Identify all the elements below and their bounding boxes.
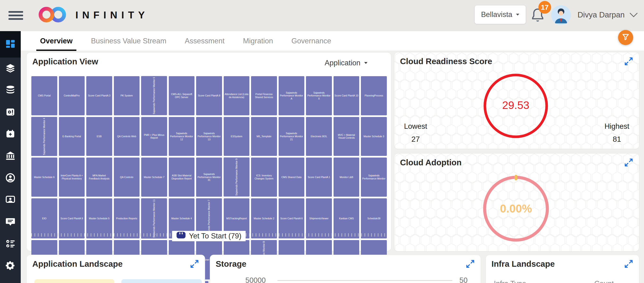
lowest-label: Lowest: [402, 122, 430, 131]
treemap-tile[interactable]: PMR + Plus Minus Report: [141, 117, 167, 156]
treemap-tile[interactable]: Monitor L&B: [334, 158, 360, 197]
tab-assessment[interactable]: Assessment: [184, 31, 226, 51]
treemap-tile[interactable]: Sajawinds Performance Monitor 12: [169, 117, 195, 156]
application-view-card: Application View Application CMS PortalC…: [26, 52, 391, 251]
treemap-tile[interactable]: Master Schedule 3: [361, 117, 387, 156]
storage-right-value: 50: [460, 276, 468, 283]
legend-label: Yet To Start (79): [189, 232, 242, 240]
infinity-logo-icon: [35, 4, 71, 26]
chevron-down-icon: [364, 62, 368, 64]
expand-icon[interactable]: [465, 259, 476, 269]
tab-governance[interactable]: Governance: [290, 31, 332, 51]
sidebar-item-profile[interactable]: [0, 167, 21, 189]
filter-button[interactable]: [618, 30, 633, 45]
legend-swatch-icon: [176, 231, 186, 241]
tab-overview[interactable]: Overview: [39, 31, 74, 51]
treemap-tile[interactable]: Electronic BOL: [306, 117, 332, 156]
treemap-tile[interactable]: Master Schedule 7: [141, 158, 167, 197]
treemap-tile[interactable]: Score Card PlantA 3: [86, 76, 112, 115]
sidebar-item-settings[interactable]: [0, 255, 21, 277]
sidebar-item-tasks[interactable]: [0, 233, 21, 255]
treemap-tile[interactable]: Sajawinds Performance Monitor X: [306, 76, 332, 115]
tab-bar: Overview Business Value Stream Assessmen…: [21, 31, 644, 51]
sidebar-item-training[interactable]: [0, 189, 21, 211]
highest-value: 81: [603, 135, 631, 144]
hamburger-menu-icon[interactable]: [8, 11, 23, 22]
treemap-tile[interactable]: Sajawinds Performance Monitor 13: [196, 117, 222, 156]
treemap-tile[interactable]: ControlMatPro: [59, 76, 85, 115]
treemap-legend: Yet To Start (79): [27, 231, 391, 241]
treemap-tile[interactable]: CMS Portal: [31, 76, 57, 115]
treemap-tile[interactable]: Score Card PlantA 8: [196, 76, 222, 115]
sidebar-item-feedback[interactable]: [0, 211, 21, 233]
card-title: Infra Landscape: [492, 259, 555, 269]
treemap-tile[interactable]: Attendance List (Lista de Asistencia): [224, 76, 250, 115]
treemap-tile[interactable]: QA Controls Web: [114, 117, 140, 156]
treemap-tile[interactable]: Sajawinds Performance Monitor 21: [279, 117, 304, 156]
sidebar-item-planner[interactable]: [0, 123, 21, 145]
bell-icon: [530, 21, 546, 25]
treemap-tile[interactable]: ICS: Inventory Changes System: [251, 158, 277, 197]
sidebar-item-dashboard[interactable]: [0, 31, 21, 58]
treemap-tile[interactable]: MVC + Material Visual Controls: [334, 117, 360, 156]
lowest-value: 27: [402, 135, 430, 144]
user-menu[interactable]: Divya Darpan: [578, 10, 638, 19]
notification-count-badge: 17: [538, 1, 551, 14]
adoption-value: 0.00%: [481, 202, 551, 215]
funnel-icon: [621, 33, 630, 43]
sidebar-item-layers[interactable]: [0, 58, 21, 80]
highest-label: Highest: [603, 122, 631, 131]
treemap-tile[interactable]: CMS Shared Data: [279, 158, 304, 197]
sidebar-item-catalog[interactable]: [0, 101, 21, 123]
treemap-tile[interactable]: E-Banking Portal: [59, 117, 85, 156]
sidebar-item-data[interactable]: [0, 80, 21, 101]
card-title: Cloud Readiness Score: [400, 57, 492, 66]
infra-landscape-card: Infra Landscape Infra Type Count: [486, 255, 639, 283]
card-title: Cloud Adoption: [400, 158, 462, 167]
treemap-tile[interactable]: Sajawinds Performance Monitor: [361, 158, 387, 197]
tab-business-value-stream[interactable]: Business Value Stream: [90, 31, 168, 51]
expand-icon[interactable]: [624, 259, 634, 269]
treemap-tile[interactable]: ASB Slot-Material Disposition Report: [169, 158, 195, 197]
treemap-tile[interactable]: QA Controls: [114, 158, 140, 197]
user-screen-icon: [5, 195, 16, 206]
highest-stat: Highest 81: [603, 122, 631, 144]
treemap-tile[interactable]: MII_Template: [251, 117, 277, 156]
checklist-icon: [5, 238, 16, 250]
user-name: Divya Darpan: [578, 10, 625, 19]
sidebar-item-institution[interactable]: [0, 145, 21, 167]
treemap-tile[interactable]: ESB: [86, 117, 112, 156]
treemap-tile[interactable]: Sajawinds Performance Monitor 31: [196, 158, 222, 197]
cloud-adoption-card: Cloud Adoption 0.00%: [394, 153, 639, 251]
tenant-selector[interactable]: Bellavista: [474, 5, 526, 24]
expand-icon[interactable]: [189, 259, 200, 269]
treemap-tile[interactable]: Score Card PlantA 1: [306, 158, 332, 197]
treemap-tile[interactable]: Master Schedule 6: [31, 158, 57, 197]
storage-card: Storage 50000 50: [210, 255, 481, 283]
treemap-tile[interactable]: ESSystem: [224, 117, 250, 156]
application-landscape-card: Application Landscape: [26, 255, 205, 283]
gear-icon: [5, 260, 16, 272]
treemap-tile[interactable]: Sajawinds Performance Monitor 6: [141, 76, 167, 115]
treemap-tile[interactable]: InterCom Planta A + Physical Inventory: [59, 158, 85, 197]
treemap-tile[interactable]: Portal Finanzas Shared Services: [251, 76, 277, 115]
treemap-tile[interactable]: MFA:Market Feedback Analysis: [86, 158, 112, 197]
user-avatar[interactable]: [551, 5, 571, 25]
treemap-tile[interactable]: Score Card PlantA 10: [334, 76, 360, 115]
application-dropdown[interactable]: Application: [324, 59, 368, 67]
card-title: Storage: [216, 259, 246, 269]
expand-icon[interactable]: [624, 56, 634, 67]
calendar-plus-icon: [5, 129, 16, 140]
treemap-tile[interactable]: PlanningProcess: [361, 76, 387, 115]
treemap-tile[interactable]: CMS-ALL Sepasoft OPC Server: [169, 76, 195, 115]
journal-gear-icon: [5, 107, 16, 118]
treemap-tile[interactable]: Sajawinds Performance Monitor 9: [224, 158, 250, 197]
expand-icon[interactable]: [624, 157, 634, 168]
infra-column-header: Count: [594, 279, 614, 283]
layers-icon: [5, 63, 16, 74]
treemap-tile[interactable]: Sajawinds Performance Monitor 4: [31, 117, 57, 156]
treemap-tile[interactable]: PK System: [114, 76, 140, 115]
chevron-down-icon: [516, 14, 519, 16]
tab-migration[interactable]: Migration: [242, 31, 274, 51]
treemap-tile[interactable]: Sajawinds Performance Monitor A: [279, 76, 304, 115]
